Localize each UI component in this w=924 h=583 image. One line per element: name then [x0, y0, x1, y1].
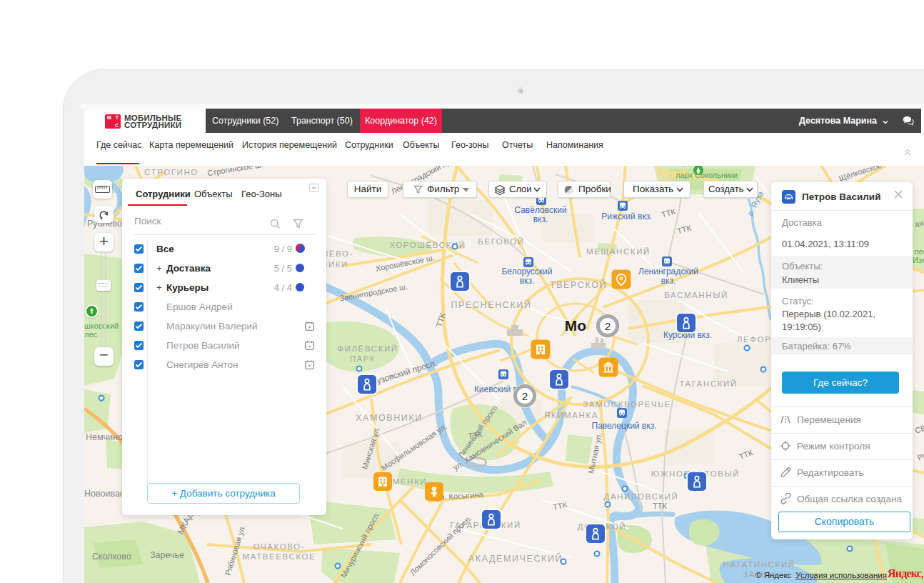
svg-text:ЗАМОСКВОРЕЧЬЕ: ЗАМОСКВОРЕЧЬЕ — [583, 400, 671, 409]
svg-text:БАСМАННЫЙ: БАСМАННЫЙ — [664, 291, 728, 299]
svg-text:ТВЕРСКОЙ: ТВЕРСКОЙ — [550, 279, 607, 290]
svg-text:ФИЛЁВСКИЙ: ФИЛЁВСКИЙ — [337, 344, 398, 353]
svg-text:ХАМОВНИКИ: ХАМОВНИКИ — [356, 413, 423, 423]
svg-text:Рижский вкз.: Рижский вкз. — [601, 211, 652, 221]
svg-text:ОЧАКОВО-: ОЧАКОВО- — [253, 542, 305, 551]
svg-text:Белорусский: Белорусский — [501, 266, 552, 276]
svg-text:ТТК: ТТК — [653, 502, 667, 510]
svg-text:лес: лес — [914, 247, 924, 256]
svg-text:Савёловский: Савёловский — [514, 205, 566, 215]
svg-text:2: 2 — [605, 320, 611, 332]
svg-text:ТАГАНСКИЙ: ТАГАНСКИЙ — [679, 379, 738, 388]
svg-text:Изм: Изм — [913, 256, 924, 264]
svg-text:Ленинградский: Ленинградский — [638, 266, 698, 276]
svg-text:ПАРК: ПАРК — [350, 354, 376, 363]
svg-text:ДАНИЛОВСКИЙ: ДАНИЛОВСКИЙ — [604, 492, 679, 501]
svg-text:НАГАТИНСКИЙ: НАГАТИНСКИЙ — [723, 560, 795, 569]
svg-text:Сколково: Сколково — [92, 552, 131, 562]
svg-text:вкз.: вкз. — [533, 214, 548, 224]
svg-text:СТРОГИНО: СТРОГИНО — [144, 168, 199, 176]
svg-text:вкз.: вкз. — [661, 276, 676, 286]
svg-text:БЕГОВОЙ: БЕГОВОЙ — [478, 237, 524, 246]
svg-text:АКАДЕМИЧЕСКИЙ: АКАДЕМИЧЕСКИЙ — [468, 553, 563, 564]
svg-text:МАТВЕЕВСКОЕ: МАТВЕЕВСКОЕ — [243, 552, 316, 561]
svg-text:Заречье: Заречье — [150, 550, 184, 560]
svg-text:ЯКИМАНКА: ЯКИМАНКА — [544, 411, 598, 419]
svg-text:2: 2 — [522, 390, 528, 402]
svg-text:лес: лес — [84, 330, 98, 339]
svg-text:Мо: Мо — [565, 317, 586, 334]
svg-text:вкз.: вкз. — [520, 276, 535, 286]
svg-text:МЕЩАНСКИЙ: МЕЩАНСКИЙ — [586, 247, 651, 256]
svg-text:парк Сокольники: парк Сокольники — [676, 171, 738, 179]
svg-text:ПРЕСНЕНСКИЙ: ПРЕСНЕНСКИЙ — [451, 299, 532, 310]
svg-text:Павелецкий вкз.: Павелецкий вкз. — [592, 421, 657, 431]
